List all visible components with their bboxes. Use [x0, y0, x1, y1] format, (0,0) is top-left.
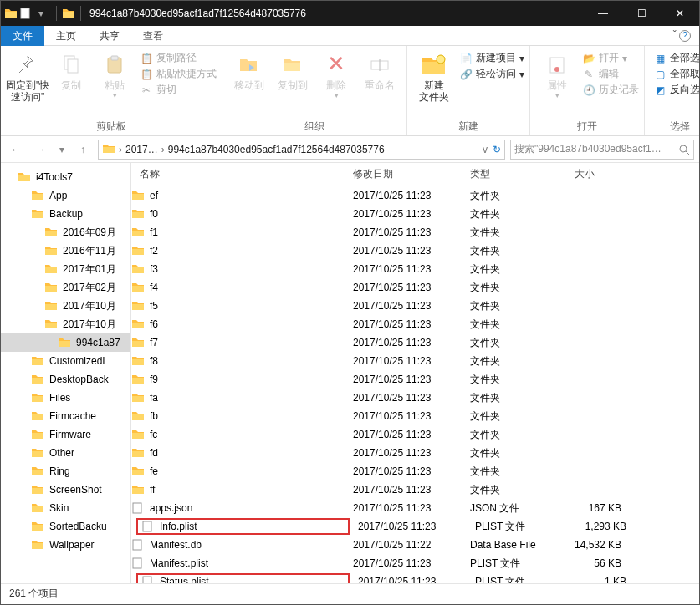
ribbon-toggle-button[interactable]: ˇ ? [673, 29, 691, 42]
tree-node[interactable]: SortedBacku [1, 517, 130, 536]
maximize-button[interactable]: ☐ [622, 1, 661, 26]
tree-node[interactable]: 2017年01月 [1, 260, 130, 278]
refresh-button[interactable]: ↻ [493, 144, 501, 155]
chevron-right-icon[interactable]: › [119, 144, 122, 155]
tree-node[interactable]: 2016年11月 [1, 241, 130, 260]
tab-view[interactable]: 查看 [131, 26, 175, 46]
folder-icon [102, 143, 115, 156]
tree-node[interactable]: i4Tools7 [1, 168, 130, 186]
tree-node[interactable]: Firmcache [1, 407, 130, 425]
tree-node[interactable]: App [1, 186, 130, 205]
list-item[interactable]: f22017/10/25 11:23文件夹 [131, 241, 699, 260]
address-dropdown-icon[interactable]: v [483, 144, 488, 155]
easy-access-button[interactable]: 🔗轻松访问 ▾ [459, 67, 524, 81]
address-box[interactable]: › 2017… › 994c1a87b4030ed95acf1ad7f12564… [98, 140, 505, 160]
breadcrumb-segment[interactable]: 2017… [125, 144, 158, 155]
list-item[interactable]: f92017/10/25 11:23文件夹 [131, 370, 699, 389]
list-item[interactable]: f12017/10/25 11:23文件夹 [131, 223, 699, 241]
history-button[interactable]: 🕘历史记录 [582, 83, 639, 97]
rename-button[interactable]: 重命名 [358, 49, 401, 91]
col-size[interactable]: 大小 [566, 167, 633, 181]
minimize-button[interactable]: ― [584, 1, 622, 26]
list-header[interactable]: 名称 修改日期 类型 大小 [131, 163, 699, 186]
tree-node[interactable]: Skin [1, 499, 130, 517]
nav-tree[interactable]: i4Tools7AppBackup2016年09月2016年11月2017年01… [1, 163, 131, 583]
list-item[interactable]: fa2017/10/25 11:23文件夹 [131, 389, 699, 407]
list-item[interactable]: ef2017/10/25 11:23文件夹 [131, 186, 699, 205]
list-item[interactable]: fe2017/10/25 11:23文件夹 [131, 462, 699, 480]
col-type[interactable]: 类型 [462, 167, 566, 181]
svg-rect-0 [21, 8, 29, 18]
list-item[interactable]: f42017/10/25 11:23文件夹 [131, 278, 699, 297]
tree-node[interactable]: CustomizedI [1, 352, 130, 370]
list-item[interactable]: ff2017/10/25 11:23文件夹 [131, 480, 699, 499]
tree-node[interactable]: 2017年10月 [1, 315, 130, 333]
list-item[interactable]: Status.plist2017/10/25 11:23PLIST 文件1 KB [131, 572, 699, 583]
edit-button[interactable]: ✎编辑 [582, 67, 639, 81]
tab-share[interactable]: 共享 [88, 26, 131, 46]
tab-file[interactable]: 文件 [1, 26, 44, 46]
paste-button[interactable]: 粘贴▾ [93, 49, 136, 100]
copy-path-button[interactable]: 📋复制路径 [140, 51, 217, 65]
col-name[interactable]: 名称 [131, 167, 345, 181]
list-item[interactable]: f72017/10/25 11:23文件夹 [131, 333, 699, 352]
col-date[interactable]: 修改日期 [345, 167, 462, 181]
ribbon-tabs: 文件 主页 共享 查看 ˇ ? [1, 26, 699, 46]
tree-node[interactable]: Files [1, 389, 130, 407]
tree-node[interactable]: Wallpaper [1, 536, 130, 554]
list-item[interactable]: apps.json2017/10/25 11:23JSON 文件167 KB [131, 499, 699, 517]
copy-button[interactable]: 复制 [49, 49, 93, 91]
cut-button[interactable]: ✂剪切 [140, 83, 217, 97]
address-bar: ← → ▾ ↑ › 2017… › 994c1a87b4030ed95acf1a… [1, 136, 699, 163]
list-item[interactable]: f02017/10/25 11:23文件夹 [131, 205, 699, 223]
svg-rect-5 [111, 56, 118, 60]
close-button[interactable]: ✕ [661, 1, 699, 26]
recent-dropdown[interactable]: ▾ [56, 140, 68, 160]
tree-node[interactable]: 2017年02月 [1, 278, 130, 297]
select-all-button[interactable]: ▦全部选择 [653, 51, 700, 65]
list-item[interactable]: f52017/10/25 11:23文件夹 [131, 297, 699, 315]
list-item[interactable]: f32017/10/25 11:23文件夹 [131, 260, 699, 278]
copy-to-button[interactable]: 复制到 [271, 49, 314, 91]
chevron-right-icon[interactable]: › [161, 144, 165, 155]
invert-selection-button[interactable]: ◩反向选择 [653, 83, 700, 97]
list-item[interactable]: fb2017/10/25 11:23文件夹 [131, 407, 699, 425]
delete-button[interactable]: ✕删除▾ [314, 49, 358, 100]
list-item[interactable]: f82017/10/25 11:23文件夹 [131, 352, 699, 370]
select-none-button[interactable]: ▢全部取消 [653, 67, 700, 81]
tree-node[interactable]: 994c1a87 [1, 333, 130, 352]
forward-button[interactable]: → [31, 140, 51, 160]
breadcrumb-segment[interactable]: 994c1a87b4030ed95acf1ad7f12564d487035776 [168, 144, 385, 155]
new-folder-button[interactable]: 新建 文件夹 [412, 49, 456, 104]
search-input[interactable]: 搜索"994c1a87b4030ed95acf1… [510, 140, 694, 160]
paste-shortcut-button[interactable]: 📋粘贴快捷方式 [140, 67, 217, 81]
tree-node[interactable]: DesktopBack [1, 370, 130, 389]
list-item[interactable]: f62017/10/25 11:23文件夹 [131, 315, 699, 333]
group-new-label: 新建 [458, 118, 478, 135]
tree-node[interactable]: 2017年10月 [1, 297, 130, 315]
tree-node[interactable]: Backup [1, 205, 130, 223]
list-item[interactable]: Manifest.db2017/10/25 11:22Data Base Fil… [131, 536, 699, 554]
open-button[interactable]: 📂打开 ▾ [582, 51, 639, 65]
svg-line-12 [686, 151, 689, 155]
back-button[interactable]: ← [6, 140, 26, 160]
list-item[interactable]: Info.plist2017/10/25 11:23PLIST 文件1,293 … [131, 517, 699, 536]
move-to-button[interactable]: 移动到 [227, 49, 271, 91]
new-item-button[interactable]: 📄新建项目 ▾ [459, 51, 524, 65]
up-button[interactable]: ↑ [73, 140, 93, 160]
list-item[interactable]: Manifest.plist2017/10/25 11:23PLIST 文件56… [131, 554, 699, 572]
status-bar: 261 个项目 [1, 584, 699, 602]
tab-home[interactable]: 主页 [44, 26, 88, 46]
list-item[interactable]: fc2017/10/25 11:23文件夹 [131, 425, 699, 444]
tree-node[interactable]: Firmware [1, 425, 130, 444]
tree-node[interactable]: 2016年09月 [1, 223, 130, 241]
tree-node[interactable]: Ring [1, 462, 130, 480]
list-item[interactable]: fd2017/10/25 11:23文件夹 [131, 444, 699, 462]
search-icon [678, 144, 690, 155]
svg-line-1 [19, 69, 23, 73]
properties-button[interactable]: 属性▾ [535, 49, 579, 100]
qat-dropdown-icon[interactable]: ▾ [34, 7, 48, 20]
tree-node[interactable]: Other [1, 444, 130, 462]
tree-node[interactable]: ScreenShot [1, 480, 130, 499]
pin-quickaccess-button[interactable]: 固定到"快 速访问" [6, 49, 49, 104]
